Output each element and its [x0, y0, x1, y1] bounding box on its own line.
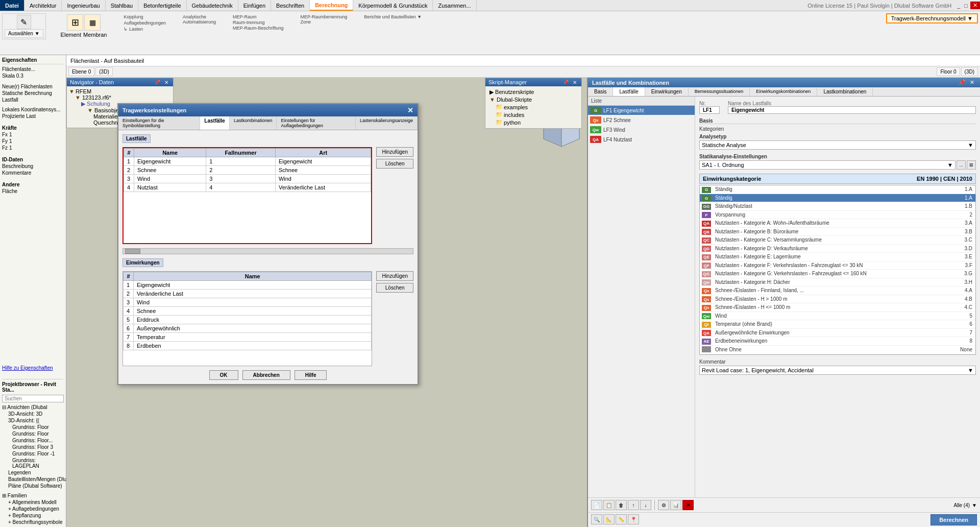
analysetyp-select[interactable]: Statische Analyse ▼ — [699, 140, 976, 150]
berechnen-btn[interactable]: Berechnen — [930, 514, 977, 525]
dialog-tab-lastenskalierung[interactable]: Lastenskalierungsanzeige — [356, 116, 418, 130]
rfem-file[interactable]: ▼ 123123.rf6* — [69, 94, 171, 101]
ewk-row[interactable]: Qt Temperatur (ohne Brand) 6 — [700, 320, 975, 329]
lf-close[interactable]: ✕ — [968, 79, 976, 86]
ribbon-tab-einfugen[interactable]: Einfügen — [238, 0, 271, 11]
table-row[interactable]: 3Wind — [124, 298, 372, 307]
revit-node-lageplan[interactable]: Grundriss: LAGEPLAN — [2, 458, 64, 469]
lf-list-item[interactable]: Qw LF3 Wind — [588, 125, 695, 135]
dialog-tab-symboldarstellung[interactable]: Einstellungen für die Symboldarstellung — [118, 116, 200, 130]
ribbon-tab-stahlbau[interactable]: Stahlbau — [106, 0, 138, 11]
dlubal-node[interactable]: ▼ Dlubal-Skripte — [487, 96, 579, 103]
includes-node[interactable]: 📁includes — [487, 111, 579, 118]
lf-list-item[interactable]: QA LF4 Nutzlast — [588, 135, 695, 145]
lf-tool-3[interactable]: 📏 — [616, 514, 627, 524]
hilfe-link[interactable]: Hilfe zu Eigenschaften — [2, 365, 64, 371]
einwirkungen-add-btn[interactable]: Hinzufügen — [376, 271, 413, 281]
lf-icon-red[interactable]: ✕ — [682, 500, 694, 510]
ewk-row[interactable]: QG Nutzlasten - Kategorie G: Verkehrslas… — [700, 270, 975, 278]
table-row[interactable]: 4Nutzlast4Veränderliche Last — [124, 183, 371, 192]
lf-tool-2[interactable]: 📐 — [603, 514, 615, 524]
ewk-row[interactable]: QE Nutzlasten - Kategorie E: Lagerräume … — [700, 253, 975, 261]
ewk-row[interactable]: QC Nutzlasten - Kategorie C: Versammlung… — [700, 236, 975, 245]
window-minimize[interactable]: _ — [955, 3, 962, 9]
revit-node-plane[interactable]: Pläne (Dlubal Software) — [2, 483, 64, 489]
name-value[interactable]: Eigengewicht — [728, 106, 976, 114]
auswahlen-button[interactable]: Auswählen ▼ — [5, 29, 43, 38]
ewk-row[interactable]: Qs Schnee-/Eislasten - H > 1000 m 4.B — [700, 295, 975, 303]
ewk-row[interactable]: P Vorspannung 2 — [700, 210, 975, 219]
ewk-row[interactable]: Qs Schnee-/Eislasten - Finnland, Island,… — [700, 286, 975, 295]
revit-node-floor5[interactable]: Grundriss: Floor -1 — [2, 451, 64, 457]
ribbon-tab-berechnung[interactable]: Berechnung — [310, 0, 353, 11]
modify-icon[interactable]: ✎ — [17, 15, 31, 29]
dialog-tab-lastkombinationen[interactable]: Lastkombinationen — [230, 116, 277, 130]
table-row[interactable]: 4Schnee — [124, 307, 372, 316]
ewk-row[interactable]: GG Ständig/Nutzlast 1.B — [700, 202, 975, 211]
lf-tab-einwirkungen[interactable]: Einwirkungen — [645, 87, 689, 96]
ewk-row[interactable]: Qw Wind 5 — [700, 312, 975, 320]
table-row[interactable]: 1Eigengewicht — [124, 281, 372, 290]
lf-tool-1[interactable]: 🔍 — [591, 514, 602, 524]
revit-node-ansichten[interactable]: ⊟ Ansichten (Dlubal — [2, 404, 64, 410]
3d-btn1[interactable]: (3D) — [95, 67, 112, 76]
ribbon-tab-koerper[interactable]: Körpermodell & Grundstück — [353, 0, 433, 11]
ribbon-tab-gebaude[interactable]: Gebäudetechnik — [187, 0, 238, 11]
ewk-row[interactable]: AE Erdbebeneinwirkungen 8 — [700, 337, 975, 346]
ok-button[interactable]: OK — [209, 370, 238, 380]
lf-icon-5[interactable]: ⚙ — [658, 500, 669, 510]
statik-select[interactable]: SA1 - I. Ordnung ▼ — [699, 160, 955, 170]
table-row[interactable]: 6Außergewöhnlich — [124, 324, 372, 333]
dialog-tab-auflagebedingungen[interactable]: Einstellungen für Auflagebedingungen — [277, 116, 355, 130]
lastfalle-delete-btn[interactable]: Löschen — [376, 159, 413, 169]
revit-node-floor2[interactable]: Grundriss: Floor — [2, 431, 64, 437]
nav-pin[interactable]: 📌 — [153, 80, 162, 85]
ewk-row[interactable]: QA Nutzlasten - Kategorie A: Wohn-/Aufen… — [700, 219, 975, 228]
nav-close[interactable]: ✕ — [163, 80, 170, 85]
ribbon-tab-datei[interactable]: Datei — [0, 0, 24, 11]
lf-icon-new[interactable]: 📄 — [591, 500, 602, 510]
revit-node-allgemeines[interactable]: + Allgemeines Modell — [2, 499, 64, 505]
revit-search-input[interactable] — [2, 395, 64, 402]
ewk-row[interactable]: QB Nutzlasten - Kategorie B: Büroräume 3… — [700, 227, 975, 236]
revit-node-auflagebedingungen[interactable]: + Auflagebedingungen — [2, 506, 64, 512]
statik-btn1[interactable]: ... — [957, 160, 966, 170]
table-row[interactable]: 7Temperatur — [124, 333, 372, 342]
revit-node-3d1[interactable]: 3D-Ansicht: 3D — [2, 411, 64, 417]
lastfalle-scrollbar[interactable] — [122, 248, 413, 254]
lf-icon-copy[interactable]: 📋 — [603, 500, 615, 510]
floor-btn[interactable]: Floor 0 — [937, 67, 960, 76]
skript-close[interactable]: ✕ — [571, 79, 578, 85]
ewk-row[interactable]: G Ständig 1.A — [700, 194, 975, 202]
lf-list-item[interactable]: Qs LF2 Schnee — [588, 115, 695, 125]
ribbon-tab-ingenieurbau[interactable]: Ingenieurbau — [62, 0, 105, 11]
ewk-row[interactable]: Ohne Ohne None — [700, 345, 975, 354]
lf-pin[interactable]: 📌 — [957, 79, 967, 86]
ribbon-tab-beschriften[interactable]: Beschriften — [271, 0, 310, 11]
lf-tool-4[interactable]: 📍 — [628, 514, 639, 524]
revit-node-3d2[interactable]: 3D-Ansicht: {( — [2, 418, 64, 423]
kommentar-field[interactable]: Revit Load case: 1, Eigengewicht, Accide… — [699, 366, 976, 375]
dialog-tab-lastfalle[interactable]: Lastfälle — [200, 116, 230, 130]
ewk-row[interactable]: QF Nutzlasten - Kategorie F: Verkehrslas… — [700, 261, 975, 270]
tragwerk-close-btn[interactable]: ✕ — [407, 106, 413, 114]
table-row[interactable]: 5Erddruck — [124, 316, 372, 324]
einwirkungen-delete-btn[interactable]: Löschen — [376, 283, 413, 293]
ribbon-tab-beton[interactable]: Betonfertigteile — [138, 0, 186, 11]
ewk-row[interactable]: G Ständig 1.A — [700, 185, 975, 194]
tragwerk-btn[interactable]: Tragwerk-Berechnungsmodell ▼ — [886, 13, 978, 23]
skript-pin[interactable]: 📌 — [561, 79, 570, 85]
lf-icon-up[interactable]: ↑ — [628, 500, 639, 510]
lf-tab-bemessungs[interactable]: Bemessungssituationen — [689, 87, 750, 96]
ribbon-tab-architektur[interactable]: Architektur — [24, 0, 62, 11]
element-icon[interactable]: ⊞ — [67, 14, 83, 31]
lf-tab-basis[interactable]: Basis — [588, 87, 613, 96]
statik-btn2[interactable]: ⊞ — [967, 160, 976, 170]
lf-tab-lastkomb[interactable]: Lastkombinationen — [817, 87, 873, 96]
ribbon-tab-zusammen[interactable]: Zusammen... — [433, 0, 476, 11]
revit-node-floor4[interactable]: Grundriss: Floor 3 — [2, 444, 64, 450]
ewk-row[interactable]: QA Außergewöhnliche Einwirkungen 7 — [700, 328, 975, 337]
lastfalle-add-btn[interactable]: Hinzufügen — [376, 147, 413, 157]
table-row[interactable]: 2Schnee2Schnee — [124, 166, 371, 175]
window-maximize[interactable]: □ — [963, 3, 969, 9]
